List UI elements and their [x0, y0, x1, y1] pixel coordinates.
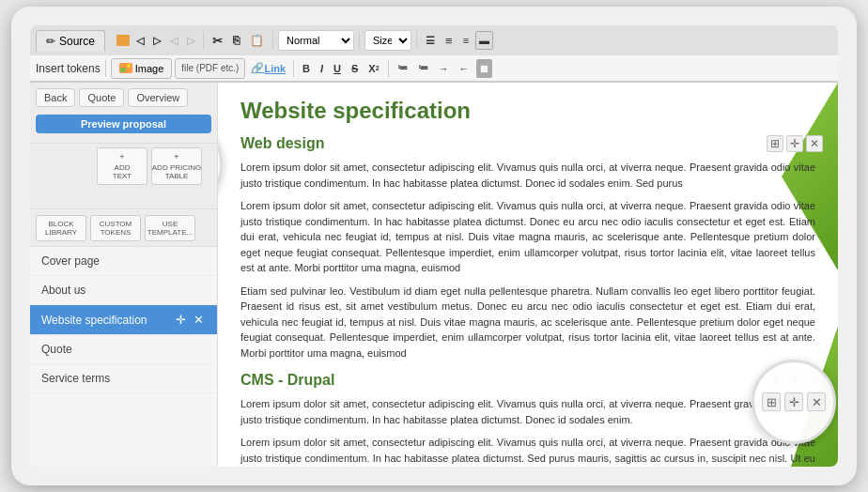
sep2 — [272, 32, 273, 49]
nav-website-spec[interactable]: Website specification ✛ ✕ — [30, 305, 217, 335]
image-icon — [119, 63, 132, 73]
undo2-btn[interactable]: ◁ — [166, 31, 181, 50]
use-template-btn[interactable]: USE TEMPLATE... — [145, 215, 195, 241]
sep6 — [293, 60, 294, 77]
main-area: Back Quote Overview Preview proposal + A… — [30, 83, 838, 467]
indent-btn[interactable]: → — [435, 59, 453, 78]
undo-btn[interactable]: ◁ — [132, 31, 147, 50]
block-library-label: BLOCK LIBRARY — [40, 220, 82, 237]
grid-btn[interactable]: ▦ — [476, 59, 492, 78]
top-toolbar: ✏ Source ◁ ▷ ◁ ▷ ✂ ⎘ 📋 — [30, 25, 838, 83]
web-design-controls: ⊞ ✛ ✕ — [767, 135, 823, 152]
move-ctrl-btn[interactable]: ✛ — [786, 135, 803, 152]
custom-tokens-btn[interactable]: CUSTOM TOKENS — [90, 215, 141, 241]
sep5 — [105, 60, 106, 77]
laptop-frame: ✏ Source ◁ ▷ ◁ ▷ ✂ ⎘ 📋 — [11, 7, 857, 485]
cms-close-ctrl-btn[interactable]: ✕ — [806, 372, 823, 389]
image-btn[interactable]: Image — [111, 58, 173, 79]
back-btn[interactable]: Back — [36, 88, 75, 107]
undo-redo-group: ◁ ▷ ◁ ▷ — [132, 31, 198, 50]
super-label: X — [368, 63, 375, 74]
add-pricing-label: ADD PRICING TABLE — [152, 163, 201, 180]
quote-btn[interactable]: Quote — [79, 88, 124, 107]
sidebar-extra-buttons: BLOCK LIBRARY CUSTOM TOKENS USE TEMPLATE… — [30, 209, 217, 247]
numbered-btn[interactable]: ≔ — [414, 59, 432, 78]
sidebar-nav: Cover page About us Website specificatio… — [30, 247, 217, 467]
magnifier-left: + ADDSECTION — [218, 113, 223, 216]
add-text-btn[interactable]: + ADD TEXT — [97, 147, 147, 185]
source-tab[interactable]: ✏ Source — [36, 30, 105, 52]
super-btn[interactable]: X2 — [364, 59, 382, 78]
book-icon — [116, 35, 130, 46]
cms-table-ctrl-btn[interactable]: ⊞ — [767, 372, 783, 389]
nav-cover-page[interactable]: Cover page — [30, 247, 217, 276]
custom-tokens-label: CUSTOM TOKENS — [95, 220, 136, 237]
web-design-title: Web design — [240, 135, 815, 152]
align-justify-btn[interactable]: ▬ — [475, 31, 493, 50]
sep3 — [359, 32, 360, 49]
delete-btn[interactable]: ✕ — [192, 313, 206, 327]
cms-title: CMS - Drupal — [240, 372, 815, 389]
plus-icon2: + — [174, 152, 178, 161]
sep1 — [203, 32, 204, 49]
web-design-para3: Etiam sed pulvinar leo. Vestibulum id di… — [240, 284, 815, 361]
move-btn[interactable]: ✛ — [174, 313, 188, 327]
toolbar-row2: Insert tokens Image file (PDF etc.) 🔗 Li… — [30, 55, 838, 82]
nav-quote-label: Quote — [41, 343, 72, 356]
toolbar-row1: ✏ Source ◁ ▷ ◁ ▷ ✂ ⎘ 📋 — [30, 25, 838, 55]
source-tab-label: Source — [59, 35, 95, 48]
cms-move-ctrl-btn[interactable]: ✛ — [786, 372, 803, 389]
web-design-para2: Lorem ipsum dolor sit amet, consectetur … — [240, 198, 815, 276]
redo-btn[interactable]: ▷ — [149, 31, 164, 50]
align-right-btn[interactable]: ≡ — [459, 31, 473, 50]
pencil-icon: ✏ — [46, 35, 55, 48]
nav-quote[interactable]: Quote — [30, 335, 217, 364]
file-btn-label: file (PDF etc.) — [181, 63, 239, 73]
underline-btn[interactable]: U — [330, 59, 345, 78]
nav-about-us[interactable]: About us — [30, 276, 217, 305]
image-btn-label: Image — [135, 63, 164, 74]
cms-para1: Lorem ipsum dolor sit amet, consectetur … — [240, 396, 815, 427]
use-template-label: USE TEMPLATE... — [147, 220, 193, 237]
size-select[interactable]: Size 8 10 12 — [364, 30, 411, 51]
strike-btn[interactable]: S — [348, 59, 362, 78]
nav-service-terms[interactable]: Service terms — [30, 364, 217, 393]
add-text-label: ADD TEXT — [113, 163, 132, 180]
link-btn-label: Link — [264, 63, 286, 74]
redo2-btn[interactable]: ▷ — [183, 31, 198, 50]
add-pricing-btn[interactable]: + ADD PRICING TABLE — [151, 147, 202, 185]
bold-btn[interactable]: B — [299, 59, 314, 78]
sidebar-top-buttons: Back Quote Overview Preview proposal — [30, 83, 217, 144]
link-icon: 🔗 — [251, 62, 264, 74]
nav-cover-label: Cover page — [41, 254, 100, 268]
copy-btn[interactable]: ⎘ — [229, 31, 243, 50]
cms-section: ⊞ ✛ ✕ CMS - Drupal Lorem ipsum dolor sit… — [240, 372, 815, 467]
nav-about-label: About us — [41, 284, 85, 297]
cut-btn[interactable]: ✂ — [209, 31, 226, 50]
sep4 — [416, 32, 417, 49]
bullets-btn[interactable]: ≔ — [394, 59, 411, 78]
sidebar-add-buttons: + ADD TEXT + ADD PRICING TABLE — [30, 144, 217, 209]
insert-tokens-label: Insert tokens — [36, 62, 101, 75]
align-left-btn[interactable]: ☰ — [422, 31, 439, 50]
block-library-btn[interactable]: BLOCK LIBRARY — [36, 215, 86, 241]
web-design-para1: Lorem ipsum dolor sit amet, consectetur … — [240, 160, 815, 191]
align-center-btn[interactable]: ≡ — [442, 31, 457, 50]
format-select[interactable]: Normal Heading 1 Heading 2 Heading 3 — [278, 30, 354, 51]
paste-btn[interactable]: 📋 — [246, 31, 268, 50]
italic-btn[interactable]: I — [317, 59, 327, 78]
left-sidebar: Back Quote Overview Preview proposal + A… — [30, 83, 218, 467]
link-btn[interactable]: 🔗 Link — [248, 59, 288, 78]
nav-website-label: Website specification — [41, 314, 147, 327]
table-ctrl-btn[interactable]: ⊞ — [767, 135, 783, 152]
file-btn[interactable]: file (PDF etc.) — [175, 58, 245, 79]
outdent-btn[interactable]: ← — [456, 59, 473, 78]
nav-service-label: Service terms — [41, 372, 110, 385]
sep7 — [388, 60, 389, 77]
overview-btn[interactable]: Overview — [128, 88, 188, 107]
cms-controls: ⊞ ✛ ✕ — [767, 372, 823, 389]
preview-btn[interactable]: Preview proposal — [36, 115, 211, 133]
close-ctrl-btn[interactable]: ✕ — [806, 135, 823, 152]
cms-para2: Lorem ipsum dolor sit amet, consectetur … — [240, 435, 815, 467]
content-panel: Website specification ⊞ ✛ ✕ Web design L… — [218, 83, 838, 467]
